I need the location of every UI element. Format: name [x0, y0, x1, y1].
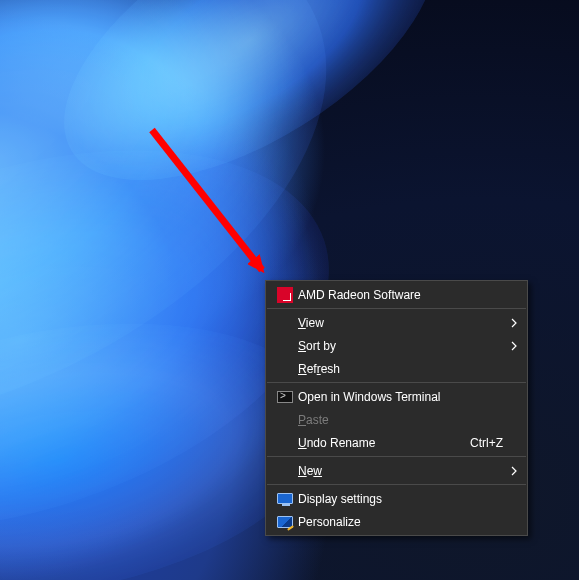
menu-item-paste: Paste — [266, 408, 527, 431]
menu-label: AMD Radeon Software — [298, 288, 521, 302]
menu-label: Open in Windows Terminal — [298, 390, 521, 404]
menu-label: Refresh — [298, 362, 521, 376]
menu-item-new[interactable]: New — [266, 459, 527, 482]
menu-separator — [267, 456, 526, 457]
menu-label: View — [298, 316, 521, 330]
desktop-wallpaper[interactable]: AMD Radeon Software View Sort by Refresh… — [0, 0, 579, 580]
menu-item-personalize[interactable]: Personalize — [266, 510, 527, 533]
amd-radeon-icon — [272, 287, 298, 303]
menu-label: Display settings — [298, 492, 521, 506]
windows-terminal-icon — [272, 391, 298, 403]
chevron-right-icon — [511, 466, 517, 476]
menu-item-amd-radeon[interactable]: AMD Radeon Software — [266, 283, 527, 306]
chevron-right-icon — [511, 318, 517, 328]
menu-item-refresh[interactable]: Refresh — [266, 357, 527, 380]
menu-shortcut: Ctrl+Z — [470, 436, 521, 450]
menu-item-undo-rename[interactable]: Undo Rename Ctrl+Z — [266, 431, 527, 454]
menu-label: Sort by — [298, 339, 521, 353]
menu-label: New — [298, 464, 521, 478]
chevron-right-icon — [511, 341, 517, 351]
desktop-context-menu: AMD Radeon Software View Sort by Refresh… — [265, 280, 528, 536]
menu-separator — [267, 382, 526, 383]
menu-separator — [267, 308, 526, 309]
menu-item-open-terminal[interactable]: Open in Windows Terminal — [266, 385, 527, 408]
menu-item-sort-by[interactable]: Sort by — [266, 334, 527, 357]
menu-separator — [267, 484, 526, 485]
menu-label: Undo Rename — [298, 436, 470, 450]
display-settings-icon — [272, 493, 298, 504]
menu-label: Paste — [298, 413, 521, 427]
menu-item-view[interactable]: View — [266, 311, 527, 334]
personalize-icon — [272, 516, 298, 528]
menu-item-display-settings[interactable]: Display settings — [266, 487, 527, 510]
menu-label: Personalize — [298, 515, 521, 529]
